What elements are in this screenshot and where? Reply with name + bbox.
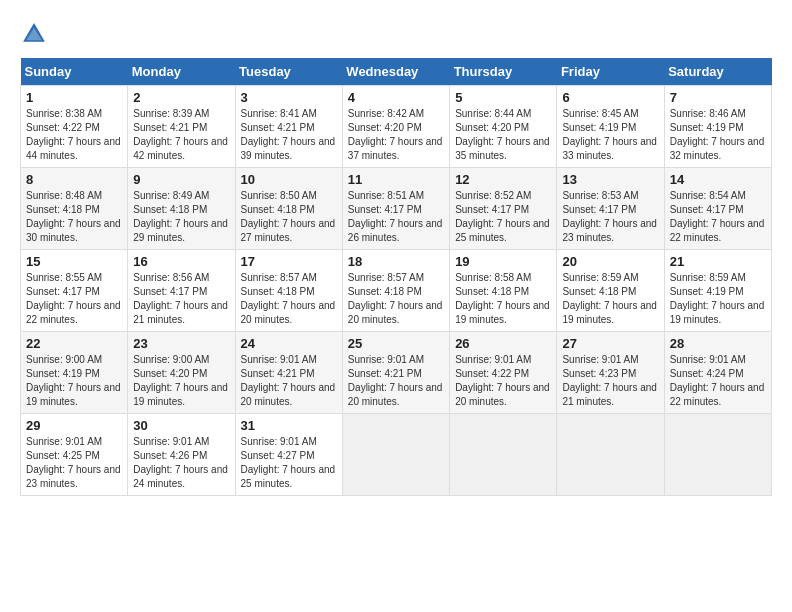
day-info: Sunrise: 9:01 AMSunset: 4:23 PMDaylight:… <box>562 354 657 407</box>
calendar-cell-0: 1 Sunrise: 8:38 AMSunset: 4:22 PMDayligh… <box>21 86 128 168</box>
calendar-cell-14: 15 Sunrise: 8:55 AMSunset: 4:17 PMDaylig… <box>21 250 128 332</box>
calendar-cell-20: 21 Sunrise: 8:59 AMSunset: 4:19 PMDaylig… <box>664 250 771 332</box>
weekday-header-friday: Friday <box>557 58 664 86</box>
header <box>20 20 772 48</box>
day-info: Sunrise: 9:01 AMSunset: 4:25 PMDaylight:… <box>26 436 121 489</box>
calendar-cell-7: 8 Sunrise: 8:48 AMSunset: 4:18 PMDayligh… <box>21 168 128 250</box>
day-info: Sunrise: 9:01 AMSunset: 4:27 PMDaylight:… <box>241 436 336 489</box>
day-info: Sunrise: 8:57 AMSunset: 4:18 PMDaylight:… <box>348 272 443 325</box>
calendar-cell-12: 13 Sunrise: 8:53 AMSunset: 4:17 PMDaylig… <box>557 168 664 250</box>
day-number: 23 <box>133 336 229 351</box>
day-number: 25 <box>348 336 444 351</box>
weekday-header-tuesday: Tuesday <box>235 58 342 86</box>
calendar-cell-5: 6 Sunrise: 8:45 AMSunset: 4:19 PMDayligh… <box>557 86 664 168</box>
day-number: 1 <box>26 90 122 105</box>
weekday-header-wednesday: Wednesday <box>342 58 449 86</box>
calendar-table: SundayMondayTuesdayWednesdayThursdayFrid… <box>20 58 772 496</box>
calendar-cell-26: 27 Sunrise: 9:01 AMSunset: 4:23 PMDaylig… <box>557 332 664 414</box>
day-number: 26 <box>455 336 551 351</box>
weekday-header-sunday: Sunday <box>21 58 128 86</box>
day-info: Sunrise: 8:53 AMSunset: 4:17 PMDaylight:… <box>562 190 657 243</box>
day-info: Sunrise: 8:57 AMSunset: 4:18 PMDaylight:… <box>241 272 336 325</box>
calendar-cell-28: 29 Sunrise: 9:01 AMSunset: 4:25 PMDaylig… <box>21 414 128 496</box>
logo-icon <box>20 20 48 48</box>
day-info: Sunrise: 8:49 AMSunset: 4:18 PMDaylight:… <box>133 190 228 243</box>
day-info: Sunrise: 8:54 AMSunset: 4:17 PMDaylight:… <box>670 190 765 243</box>
day-number: 27 <box>562 336 658 351</box>
calendar-cell-19: 20 Sunrise: 8:59 AMSunset: 4:18 PMDaylig… <box>557 250 664 332</box>
day-info: Sunrise: 8:50 AMSunset: 4:18 PMDaylight:… <box>241 190 336 243</box>
calendar-cell-16: 17 Sunrise: 8:57 AMSunset: 4:18 PMDaylig… <box>235 250 342 332</box>
day-number: 7 <box>670 90 766 105</box>
day-number: 6 <box>562 90 658 105</box>
day-number: 17 <box>241 254 337 269</box>
day-info: Sunrise: 8:56 AMSunset: 4:17 PMDaylight:… <box>133 272 228 325</box>
weekday-header-row: SundayMondayTuesdayWednesdayThursdayFrid… <box>21 58 772 86</box>
day-number: 18 <box>348 254 444 269</box>
day-info: Sunrise: 8:42 AMSunset: 4:20 PMDaylight:… <box>348 108 443 161</box>
day-info: Sunrise: 8:59 AMSunset: 4:19 PMDaylight:… <box>670 272 765 325</box>
weekday-header-thursday: Thursday <box>450 58 557 86</box>
day-info: Sunrise: 9:01 AMSunset: 4:26 PMDaylight:… <box>133 436 228 489</box>
day-number: 22 <box>26 336 122 351</box>
day-number: 24 <box>241 336 337 351</box>
calendar-cell-18: 19 Sunrise: 8:58 AMSunset: 4:18 PMDaylig… <box>450 250 557 332</box>
day-info: Sunrise: 8:55 AMSunset: 4:17 PMDaylight:… <box>26 272 121 325</box>
day-number: 12 <box>455 172 551 187</box>
weekday-header-saturday: Saturday <box>664 58 771 86</box>
day-number: 13 <box>562 172 658 187</box>
day-info: Sunrise: 8:58 AMSunset: 4:18 PMDaylight:… <box>455 272 550 325</box>
day-number: 10 <box>241 172 337 187</box>
calendar-cell-11: 12 Sunrise: 8:52 AMSunset: 4:17 PMDaylig… <box>450 168 557 250</box>
day-number: 20 <box>562 254 658 269</box>
day-number: 28 <box>670 336 766 351</box>
day-info: Sunrise: 8:44 AMSunset: 4:20 PMDaylight:… <box>455 108 550 161</box>
calendar-cell-30: 31 Sunrise: 9:01 AMSunset: 4:27 PMDaylig… <box>235 414 342 496</box>
logo <box>20 20 52 48</box>
day-number: 30 <box>133 418 229 433</box>
calendar-cell-24: 25 Sunrise: 9:01 AMSunset: 4:21 PMDaylig… <box>342 332 449 414</box>
day-info: Sunrise: 8:38 AMSunset: 4:22 PMDaylight:… <box>26 108 121 161</box>
calendar-cell-4: 5 Sunrise: 8:44 AMSunset: 4:20 PMDayligh… <box>450 86 557 168</box>
day-number: 29 <box>26 418 122 433</box>
day-number: 21 <box>670 254 766 269</box>
calendar-cell-17: 18 Sunrise: 8:57 AMSunset: 4:18 PMDaylig… <box>342 250 449 332</box>
day-info: Sunrise: 8:51 AMSunset: 4:17 PMDaylight:… <box>348 190 443 243</box>
calendar-week-4: 29 Sunrise: 9:01 AMSunset: 4:25 PMDaylig… <box>21 414 772 496</box>
day-info: Sunrise: 9:01 AMSunset: 4:24 PMDaylight:… <box>670 354 765 407</box>
day-number: 16 <box>133 254 229 269</box>
day-info: Sunrise: 9:00 AMSunset: 4:20 PMDaylight:… <box>133 354 228 407</box>
calendar-cell-21: 22 Sunrise: 9:00 AMSunset: 4:19 PMDaylig… <box>21 332 128 414</box>
calendar-cell-32 <box>450 414 557 496</box>
day-number: 5 <box>455 90 551 105</box>
weekday-header-monday: Monday <box>128 58 235 86</box>
day-number: 15 <box>26 254 122 269</box>
calendar-cell-31 <box>342 414 449 496</box>
calendar-week-0: 1 Sunrise: 8:38 AMSunset: 4:22 PMDayligh… <box>21 86 772 168</box>
calendar-cell-8: 9 Sunrise: 8:49 AMSunset: 4:18 PMDayligh… <box>128 168 235 250</box>
calendar-cell-1: 2 Sunrise: 8:39 AMSunset: 4:21 PMDayligh… <box>128 86 235 168</box>
day-info: Sunrise: 8:59 AMSunset: 4:18 PMDaylight:… <box>562 272 657 325</box>
calendar-cell-15: 16 Sunrise: 8:56 AMSunset: 4:17 PMDaylig… <box>128 250 235 332</box>
day-info: Sunrise: 8:48 AMSunset: 4:18 PMDaylight:… <box>26 190 121 243</box>
day-number: 11 <box>348 172 444 187</box>
day-number: 2 <box>133 90 229 105</box>
calendar-cell-9: 10 Sunrise: 8:50 AMSunset: 4:18 PMDaylig… <box>235 168 342 250</box>
day-number: 14 <box>670 172 766 187</box>
calendar-cell-22: 23 Sunrise: 9:00 AMSunset: 4:20 PMDaylig… <box>128 332 235 414</box>
calendar-cell-6: 7 Sunrise: 8:46 AMSunset: 4:19 PMDayligh… <box>664 86 771 168</box>
calendar-cell-13: 14 Sunrise: 8:54 AMSunset: 4:17 PMDaylig… <box>664 168 771 250</box>
calendar-cell-33 <box>557 414 664 496</box>
day-number: 8 <box>26 172 122 187</box>
calendar-cell-23: 24 Sunrise: 9:01 AMSunset: 4:21 PMDaylig… <box>235 332 342 414</box>
calendar-cell-34 <box>664 414 771 496</box>
calendar-cell-3: 4 Sunrise: 8:42 AMSunset: 4:20 PMDayligh… <box>342 86 449 168</box>
day-info: Sunrise: 9:01 AMSunset: 4:21 PMDaylight:… <box>348 354 443 407</box>
day-number: 19 <box>455 254 551 269</box>
calendar-cell-10: 11 Sunrise: 8:51 AMSunset: 4:17 PMDaylig… <box>342 168 449 250</box>
calendar-cell-25: 26 Sunrise: 9:01 AMSunset: 4:22 PMDaylig… <box>450 332 557 414</box>
day-number: 9 <box>133 172 229 187</box>
calendar-week-3: 22 Sunrise: 9:00 AMSunset: 4:19 PMDaylig… <box>21 332 772 414</box>
day-number: 31 <box>241 418 337 433</box>
day-info: Sunrise: 9:01 AMSunset: 4:22 PMDaylight:… <box>455 354 550 407</box>
